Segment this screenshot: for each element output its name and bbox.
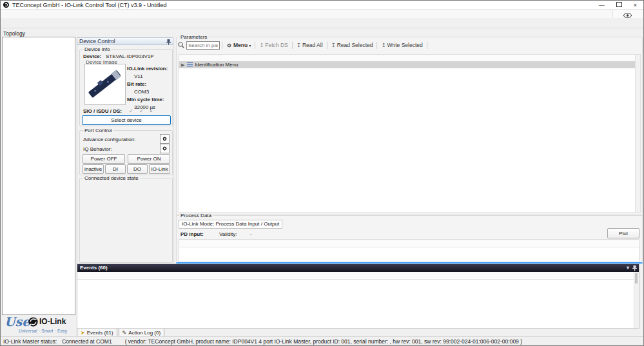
upload-icon: ↥ bbox=[381, 42, 385, 48]
isdu-check-icon: ✓ bbox=[139, 108, 144, 114]
status-connection: Connected at COM1 bbox=[62, 338, 112, 345]
maximize-button[interactable] bbox=[616, 2, 622, 8]
iq-behavior-button[interactable] bbox=[160, 144, 170, 153]
search-icon bbox=[178, 42, 184, 48]
maximize-icon bbox=[616, 2, 622, 7]
gear-icon bbox=[162, 146, 168, 151]
device-control-header: Device Control bbox=[77, 37, 173, 45]
validity-value: - bbox=[250, 231, 252, 237]
validity-label: Validity: bbox=[219, 231, 237, 237]
select-device-button[interactable]: Select device bbox=[82, 115, 171, 125]
menu-bar bbox=[1, 10, 643, 18]
pin-icon[interactable] bbox=[166, 39, 171, 45]
bitrate-value: COM3 bbox=[134, 89, 149, 95]
parameters-scrollbar[interactable] bbox=[635, 54, 641, 213]
app-window: TEConcept GmbH - IO-Link Control Tool (C… bbox=[0, 0, 644, 346]
topology-title: Topology bbox=[3, 30, 25, 37]
power-on-button[interactable]: Power ON bbox=[128, 154, 170, 164]
menu-button[interactable]: Menu ▾ bbox=[224, 42, 253, 48]
action-log-tab-label: Action Log (0) bbox=[128, 330, 161, 336]
close-button[interactable]: × bbox=[634, 2, 637, 8]
process-data-mode-tab[interactable]: IO-Link Mode: Process Data Input / Outpu… bbox=[179, 220, 282, 229]
chevron-down-icon: ▾ bbox=[249, 43, 251, 48]
topology-tree bbox=[2, 37, 75, 315]
menu-list-icon bbox=[187, 62, 193, 67]
use-script-text: Use bbox=[5, 314, 30, 329]
mode-inactive-button[interactable]: Inactive bbox=[83, 164, 104, 174]
device-control-panel: Device info Device: STEVAL-IDP003V1P Dev… bbox=[77, 45, 173, 264]
parameters-table-body bbox=[179, 68, 636, 213]
events-panel-header: Events (60) ▾ bbox=[77, 264, 639, 272]
io-link-brand-text: IO-Link bbox=[39, 317, 66, 326]
pencil-icon: ✎ bbox=[122, 330, 127, 336]
pd-input-label: PD input: bbox=[181, 231, 204, 237]
power-off-button[interactable]: Power OFF bbox=[83, 154, 125, 164]
eye-icon bbox=[623, 13, 632, 18]
parameters-toolbar: Menu ▾ ↥ Fetch DS ↧ Read All ↧ Read Sele… bbox=[178, 40, 636, 50]
status-bar: IO-Link Master status: Connected at COM1… bbox=[1, 336, 643, 345]
device-info-group: Device info Device: STEVAL-IDP003V1P Dev… bbox=[79, 49, 173, 126]
expand-arrow-icon[interactable]: ▶ bbox=[181, 62, 184, 68]
device-label: Device: bbox=[83, 53, 101, 59]
mode-do-button[interactable]: DO bbox=[127, 164, 148, 174]
search-input[interactable] bbox=[186, 41, 220, 50]
mode-iolink-button[interactable]: IO-Link bbox=[149, 164, 170, 174]
parameter-row-identification-menu[interactable]: ▶ Identification Menu bbox=[179, 61, 636, 68]
read-all-button[interactable]: ↧ Read All bbox=[295, 42, 325, 48]
sio-check-icon: ✓ bbox=[129, 108, 133, 114]
app-logo-icon bbox=[3, 2, 9, 8]
sio-isdu-ds-label: SIO / ISDU / DS: bbox=[83, 108, 122, 114]
parameters-label: Parameters bbox=[179, 34, 208, 40]
events-scrollbar[interactable] bbox=[634, 272, 639, 328]
toolbar bbox=[1, 18, 643, 28]
device-info-label: Device info bbox=[83, 46, 112, 52]
connected-state-label: Connected device state bbox=[83, 175, 140, 181]
arrow-right-icon: ➤ bbox=[81, 330, 85, 336]
fetch-ds-label: Fetch DS bbox=[265, 42, 288, 48]
connected-device-state-group: Connected device state bbox=[79, 178, 173, 263]
events-table-body bbox=[77, 279, 634, 328]
status-label: IO-Link Master status: bbox=[3, 338, 57, 345]
mode-di-button[interactable]: DI bbox=[105, 164, 126, 174]
parameters-panel: Parameters Menu ▾ ↥ Fetch DS ↧ Read All bbox=[176, 37, 643, 215]
pcb-board-image bbox=[85, 64, 124, 103]
events-tab-label: Events (61) bbox=[87, 330, 113, 336]
advance-configuration-label: Advance configuration: bbox=[83, 137, 135, 142]
iq-behavior-label: IQ Behavior: bbox=[83, 146, 112, 152]
read-selected-button[interactable]: ↧ Read Selected bbox=[329, 42, 375, 48]
device-value: STEVAL-IDP003V1P bbox=[106, 53, 154, 59]
advance-configuration-button[interactable] bbox=[160, 134, 170, 144]
gear-icon bbox=[162, 136, 168, 142]
read-all-label: Read All bbox=[302, 42, 323, 48]
ds-cross-icon: × bbox=[150, 108, 153, 114]
pin-icon[interactable] bbox=[632, 265, 637, 271]
write-selected-button[interactable]: ↥ Write Selected bbox=[379, 42, 424, 48]
read-selected-label: Read Selected bbox=[337, 42, 373, 48]
process-data-table-header bbox=[179, 240, 639, 247]
download-icon: ↧ bbox=[331, 42, 336, 48]
parameter-name: Identification Menu bbox=[195, 62, 238, 68]
events-panel: Events (60) ▾ bbox=[77, 264, 639, 329]
scrollbar-thumb[interactable] bbox=[635, 273, 638, 284]
minimize-button[interactable]: — bbox=[599, 2, 605, 8]
process-data-label: Process Data bbox=[179, 213, 213, 218]
min-cycle-label: Min cycle time: bbox=[127, 97, 164, 102]
iolink-revision-value: V11 bbox=[134, 73, 143, 79]
title-bar: TEConcept GmbH - IO-Link Control Tool (C… bbox=[1, 1, 643, 10]
io-link-circle-icon bbox=[28, 317, 38, 327]
chevron-down-icon[interactable]: ▾ bbox=[627, 264, 629, 272]
plot-button[interactable]: Plot bbox=[607, 228, 639, 238]
write-selected-label: Write Selected bbox=[387, 42, 423, 48]
process-data-table bbox=[179, 239, 639, 262]
io-link-tagline: Universal · Smart · Easy bbox=[19, 329, 67, 333]
fetch-ds-button[interactable]: ↥ Fetch DS bbox=[257, 42, 290, 48]
io-link-logo: Use IO-Link Universal · Smart · Easy bbox=[2, 314, 75, 336]
process-data-panel: Process Data IO-Link Mode: Process Data … bbox=[176, 215, 643, 264]
bitrate-label: Bit rate: bbox=[127, 81, 146, 87]
iolink-revision-label: IO-Link revision: bbox=[127, 66, 168, 72]
window-title: TEConcept GmbH - IO-Link Control Tool (C… bbox=[12, 2, 166, 8]
device-image bbox=[84, 64, 126, 105]
gear-icon bbox=[226, 43, 232, 48]
events-header-title: Events (60) bbox=[80, 265, 108, 271]
port-control-label: Port Control bbox=[83, 128, 113, 133]
